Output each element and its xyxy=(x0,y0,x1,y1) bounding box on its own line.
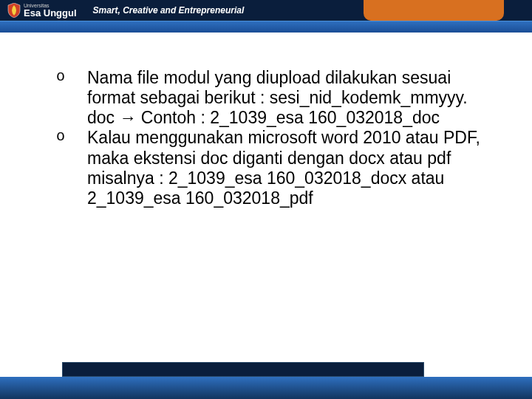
footer-dark-box xyxy=(62,362,424,377)
brand-logo: Universitas Esa Unggul xyxy=(0,3,77,18)
footer-blue-bar xyxy=(0,377,532,399)
bullet-marker: o xyxy=(52,68,87,128)
arrow-icon: → xyxy=(119,108,136,127)
slogan-text: Smart, Creative and Entrepreneurial xyxy=(93,5,245,16)
shield-icon xyxy=(7,3,21,18)
header-blue-bar xyxy=(0,21,532,33)
slide-header: Universitas Esa Unggul Smart, Creative a… xyxy=(0,0,532,33)
brand-name: Esa Unggul xyxy=(24,8,77,18)
brand-text: Universitas Esa Unggul xyxy=(24,3,77,18)
slide-content: o Nama file modul yang diupload dilakuka… xyxy=(52,68,488,208)
slide-footer xyxy=(0,364,532,399)
item-text: Nama file modul yang diupload dilakukan … xyxy=(87,68,488,128)
bullet-marker: o xyxy=(52,128,87,208)
orange-accent-tab xyxy=(364,0,504,21)
item-text: Kalau menggunakan microsoft word 2010 at… xyxy=(87,128,488,208)
list-item: o Kalau menggunakan microsoft word 2010 … xyxy=(52,128,488,208)
text-part-a: Kalau menggunakan microsoft word 2010 at… xyxy=(87,128,480,207)
list-item: o Nama file modul yang diupload dilakuka… xyxy=(52,68,488,128)
text-part-b: Contoh : 2_1039_esa 160_032018_doc xyxy=(136,108,440,127)
